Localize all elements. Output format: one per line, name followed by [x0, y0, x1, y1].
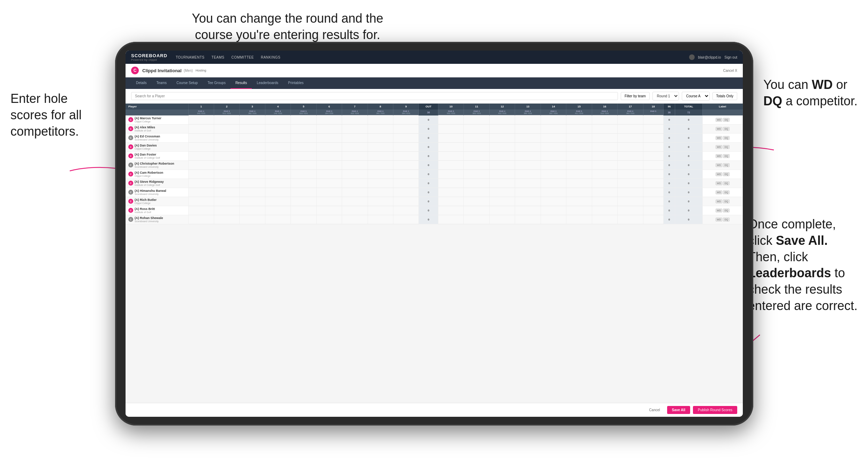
- score-input-1[interactable]: [198, 136, 204, 140]
- score-input-10[interactable]: [448, 155, 454, 158]
- score-input-7[interactable]: [352, 145, 358, 149]
- score-input-5[interactable]: [300, 136, 307, 140]
- score-input-18[interactable]: [650, 191, 656, 194]
- round-select[interactable]: Round 1 Round 2 Round 3: [652, 92, 679, 100]
- score-hole-8[interactable]: [368, 206, 393, 215]
- score-hole-4[interactable]: [265, 124, 290, 133]
- score-input-10[interactable]: [448, 200, 454, 203]
- score-input-13[interactable]: [525, 155, 531, 158]
- tab-tee-groups[interactable]: Tee Groups: [203, 77, 231, 89]
- score-input-5[interactable]: [300, 182, 307, 185]
- score-input-4[interactable]: [275, 182, 281, 185]
- score-hole-18[interactable]: [643, 142, 663, 151]
- wd-button[interactable]: WD: [716, 172, 723, 176]
- score-input-8[interactable]: [377, 127, 384, 130]
- score-hole-10[interactable]: [438, 188, 464, 197]
- score-hole-6[interactable]: [316, 188, 342, 197]
- score-hole-14[interactable]: [541, 215, 566, 224]
- wd-button[interactable]: WD: [716, 209, 723, 212]
- score-input-3[interactable]: [249, 155, 256, 158]
- score-hole-1[interactable]: [188, 197, 214, 206]
- score-input-1[interactable]: [198, 191, 204, 194]
- score-input-8[interactable]: [377, 155, 384, 158]
- score-hole-9[interactable]: [393, 179, 419, 188]
- score-input-5[interactable]: [300, 218, 307, 221]
- tab-printables[interactable]: Printables: [283, 77, 308, 89]
- score-hole-12[interactable]: [489, 124, 515, 133]
- score-input-13[interactable]: [525, 127, 531, 130]
- score-input-6[interactable]: [326, 118, 332, 121]
- score-hole-17[interactable]: [618, 179, 643, 188]
- score-input-2[interactable]: [224, 136, 230, 140]
- totals-only-button[interactable]: Totals Only: [712, 92, 737, 100]
- score-input-12[interactable]: [499, 173, 505, 176]
- score-hole-17[interactable]: [618, 142, 643, 151]
- score-hole-7[interactable]: [342, 197, 368, 206]
- score-hole-13[interactable]: [515, 179, 541, 188]
- score-hole-3[interactable]: [240, 215, 265, 224]
- score-input-4[interactable]: [275, 191, 281, 194]
- score-hole-18[interactable]: [643, 133, 663, 142]
- score-input-16[interactable]: [602, 218, 608, 221]
- score-hole-13[interactable]: [515, 160, 541, 170]
- score-hole-16[interactable]: [592, 188, 617, 197]
- score-input-1[interactable]: [198, 173, 204, 176]
- score-hole-2[interactable]: [214, 160, 239, 170]
- score-input-6[interactable]: [326, 218, 332, 221]
- score-hole-8[interactable]: [368, 133, 393, 142]
- score-hole-4[interactable]: [265, 197, 290, 206]
- wd-button[interactable]: WD: [716, 127, 723, 131]
- score-hole-13[interactable]: [515, 197, 541, 206]
- score-hole-11[interactable]: [464, 124, 489, 133]
- dq-button[interactable]: DQ: [723, 172, 730, 176]
- score-hole-11[interactable]: [464, 133, 489, 142]
- score-hole-11[interactable]: [464, 215, 489, 224]
- score-hole-14[interactable]: [541, 170, 566, 179]
- score-input-2[interactable]: [224, 209, 230, 212]
- score-input-13[interactable]: [525, 173, 531, 176]
- score-hole-7[interactable]: [342, 170, 368, 179]
- score-hole-7[interactable]: [342, 133, 368, 142]
- score-input-18[interactable]: [650, 200, 656, 203]
- score-hole-13[interactable]: [515, 188, 541, 197]
- score-hole-14[interactable]: [541, 115, 566, 125]
- score-hole-11[interactable]: [464, 179, 489, 188]
- score-hole-13[interactable]: [515, 206, 541, 215]
- score-input-2[interactable]: [224, 164, 230, 167]
- score-input-16[interactable]: [602, 127, 608, 130]
- score-hole-1[interactable]: [188, 160, 214, 170]
- score-input-17[interactable]: [627, 209, 633, 212]
- score-hole-14[interactable]: [541, 197, 566, 206]
- score-hole-14[interactable]: [541, 179, 566, 188]
- score-hole-8[interactable]: [368, 115, 393, 125]
- score-hole-11[interactable]: [464, 151, 489, 160]
- score-input-9[interactable]: [403, 200, 409, 203]
- score-hole-18[interactable]: [643, 170, 663, 179]
- score-input-17[interactable]: [627, 145, 633, 149]
- score-input-7[interactable]: [352, 200, 358, 203]
- score-hole-1[interactable]: [188, 170, 214, 179]
- score-hole-17[interactable]: [618, 188, 643, 197]
- score-hole-7[interactable]: [342, 160, 368, 170]
- score-input-7[interactable]: [352, 218, 358, 221]
- score-hole-11[interactable]: [464, 160, 489, 170]
- score-input-14[interactable]: [550, 127, 557, 130]
- score-input-9[interactable]: [403, 127, 409, 130]
- score-input-11[interactable]: [474, 173, 480, 176]
- score-hole-16[interactable]: [592, 115, 617, 125]
- score-hole-10[interactable]: [438, 197, 464, 206]
- score-hole-8[interactable]: [368, 215, 393, 224]
- score-hole-10[interactable]: [438, 170, 464, 179]
- score-hole-7[interactable]: [342, 115, 368, 125]
- score-hole-6[interactable]: [316, 133, 342, 142]
- score-input-15[interactable]: [576, 182, 582, 185]
- score-hole-1[interactable]: [188, 133, 214, 142]
- score-input-12[interactable]: [499, 118, 505, 121]
- score-hole-12[interactable]: [489, 215, 515, 224]
- score-hole-4[interactable]: [265, 160, 290, 170]
- score-hole-7[interactable]: [342, 142, 368, 151]
- score-hole-5[interactable]: [291, 151, 316, 160]
- score-hole-10[interactable]: [438, 206, 464, 215]
- score-hole-2[interactable]: [214, 179, 239, 188]
- score-hole-16[interactable]: [592, 124, 617, 133]
